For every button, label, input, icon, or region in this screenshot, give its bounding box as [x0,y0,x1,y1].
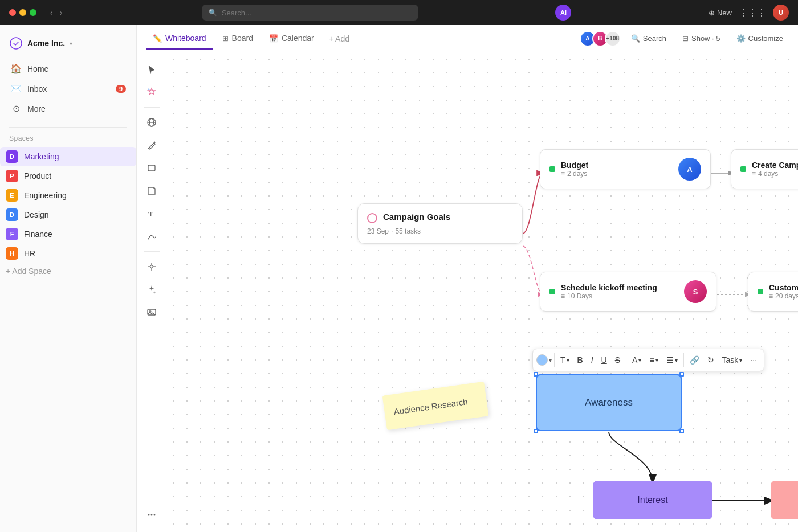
schedule-avatar: S [684,280,707,303]
sidebar-item-hr[interactable]: H HR [0,244,136,263]
budget-days: ≡ 2 days [561,170,673,178]
add-space-button[interactable]: + Add Space [0,263,136,279]
svg-text:T: T [148,210,153,218]
search-icon: 🔍 [209,9,217,17]
campaign-goals-meta: 23 Sep · 55 tasks [367,227,513,235]
company-header[interactable]: Acme Inc. ▾ [0,32,136,55]
schedule-title: Schedule kickoff meeting [561,283,678,292]
budget-card[interactable]: Budget ≡ 2 days A [540,149,711,189]
sidebar-item-more[interactable]: ⊙ More [5,99,132,118]
top-bar: ‹ › 🔍 AI ⊕ New ⋮⋮⋮ U [0,0,798,25]
link-button[interactable]: 🔗 [686,353,703,367]
schedule-days: ≡ 10 Days [561,292,678,300]
freehand-icon [146,231,157,242]
task-button[interactable]: Task ▾ [719,353,746,367]
campaign-goals-tasks: 55 tasks [395,227,421,235]
text-tool[interactable]: T [141,203,162,224]
content-area: ✏️ Whiteboard ⊞ Board 📅 Calendar + Add A… [137,25,798,532]
sidebar-item-marketing[interactable]: D Marketing [0,147,136,166]
sidebar-item-finance[interactable]: F Finance [0,224,136,244]
more-tools-button[interactable] [141,505,162,525]
sidebar-item-product[interactable]: P Product [0,166,136,186]
global-search-bar[interactable]: 🔍 [202,5,418,21]
sidebar-item-design[interactable]: D Design [0,205,136,224]
search-input[interactable] [222,9,412,17]
customize-icon: ⚙️ [736,34,746,43]
grid-icon[interactable]: ⋮⋮⋮ [739,7,766,18]
cursor-tool[interactable] [141,59,162,80]
nav-arrows: ‹ › [48,7,64,18]
globe-tool[interactable] [141,112,162,133]
interest-shape[interactable]: Interest [593,481,712,519]
nav-right-controls: A B +108 🔍 Search ⊟ Show · 5 ⚙️ Customiz… [580,31,789,47]
sidebar-item-inbox[interactable]: ✉️ Inbox 9 [5,79,132,98]
svg-point-0 [10,38,22,49]
tab-calendar[interactable]: 📅 Calendar [262,28,321,50]
underline-button[interactable]: U [598,353,610,367]
note-tool[interactable] [141,181,162,201]
rect-tool[interactable] [141,158,162,178]
more-fmt-button[interactable]: ··· [747,353,760,367]
align-button[interactable]: ≡ ▾ [646,353,661,367]
customer-beta-title: Customer Beta [769,283,798,292]
finance-dot: F [6,228,18,240]
tab-whiteboard[interactable]: ✏️ Whiteboard [146,28,213,50]
color-picker[interactable] [536,354,548,366]
ai-sparkle-icon [146,284,157,294]
new-button[interactable]: ⊕ New [709,9,732,17]
maximize-button[interactable] [30,9,36,16]
avatar-group: A B +108 [580,31,621,47]
circle-icon [367,213,377,223]
avatar-count[interactable]: +108 [605,31,621,47]
svg-point-7 [150,265,153,268]
inbox-icon: ✉️ [10,83,22,94]
tab-board[interactable]: ⊞ Board [215,28,260,50]
show-icon: ⊟ [682,34,689,43]
svg-point-16 [153,514,155,516]
font-color-button[interactable]: A ▾ [629,353,645,367]
sidebar-item-home[interactable]: 🏠 Home [5,59,132,78]
campaign-goals-card[interactable]: Campaign Goals 23 Sep · 55 tasks [357,203,523,244]
text-icon: T [146,208,157,219]
sidebar-item-engineering[interactable]: E Engineering [0,186,136,205]
schedule-kickoff-card[interactable]: Schedule kickoff meeting ≡ 10 Days S [540,272,716,312]
canvas-area: T [137,52,798,532]
back-arrow[interactable]: ‹ [48,7,55,18]
whiteboard-canvas[interactable]: Campaign Goals 23 Sep · 55 tasks Budget [166,52,798,532]
minimize-button[interactable] [19,9,26,16]
tool-panel: T [137,52,166,532]
list-button[interactable]: ☰ ▾ [663,353,681,367]
create-campaign-card[interactable]: Create Campaign ≡ 4 days C [731,149,798,189]
strikethrough-button[interactable]: S [612,353,624,367]
refresh-button[interactable]: ↻ [704,353,718,367]
freehand-tool[interactable] [141,226,162,247]
color-chevron[interactable]: ▾ [549,357,552,363]
forward-arrow[interactable]: › [58,7,65,18]
pen-tool[interactable] [141,135,162,155]
bold-button[interactable]: B [574,353,587,367]
magic-tool[interactable] [141,82,162,103]
customer-beta-card[interactable]: Customer Beta ≡ 20 days G [748,272,798,312]
image-icon [146,307,157,317]
decision-shape[interactable]: Decision [771,481,798,519]
awareness-shape[interactable]: Awareness [536,374,682,431]
marketing-dot: D [6,150,18,163]
customize-button[interactable]: ⚙️ Customize [731,31,789,46]
ai-tool[interactable] [141,279,162,300]
awareness-container[interactable]: Awareness [536,374,682,431]
italic-button[interactable]: I [588,353,597,367]
add-tab-button[interactable]: + Add [323,30,355,48]
user-avatar[interactable]: U [773,5,789,21]
magic-icon [146,87,157,97]
image-tool[interactable] [141,302,162,322]
sticky-note[interactable]: Audience Research [382,382,489,430]
search-nav-icon: 🔍 [631,34,640,43]
show-button[interactable]: ⊟ Show · 5 [677,31,726,46]
new-icon: ⊕ [709,9,715,17]
ai-badge[interactable]: AI [555,5,571,21]
text-style-button[interactable]: T ▾ [557,353,573,367]
search-button[interactable]: 🔍 Search [625,31,672,46]
mindmap-tool[interactable] [141,256,162,277]
schedule-content: Schedule kickoff meeting ≡ 10 Days S [549,280,707,303]
close-button[interactable] [9,9,16,16]
